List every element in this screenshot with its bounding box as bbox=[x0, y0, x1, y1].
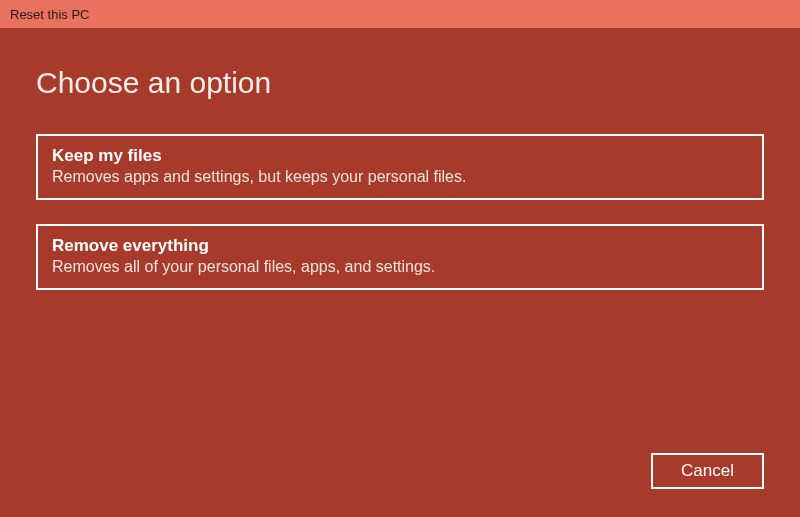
titlebar: Reset this PC bbox=[0, 0, 800, 28]
option-description: Removes apps and settings, but keeps you… bbox=[52, 168, 748, 186]
content-area: Choose an option Keep my files Removes a… bbox=[0, 28, 800, 290]
option-title: Keep my files bbox=[52, 146, 748, 166]
cancel-button[interactable]: Cancel bbox=[651, 453, 764, 489]
window-title: Reset this PC bbox=[10, 7, 89, 22]
page-heading: Choose an option bbox=[36, 66, 764, 100]
option-description: Removes all of your personal files, apps… bbox=[52, 258, 748, 276]
option-remove-everything[interactable]: Remove everything Removes all of your pe… bbox=[36, 224, 764, 290]
option-keep-my-files[interactable]: Keep my files Removes apps and settings,… bbox=[36, 134, 764, 200]
option-title: Remove everything bbox=[52, 236, 748, 256]
footer: Cancel bbox=[651, 453, 764, 489]
